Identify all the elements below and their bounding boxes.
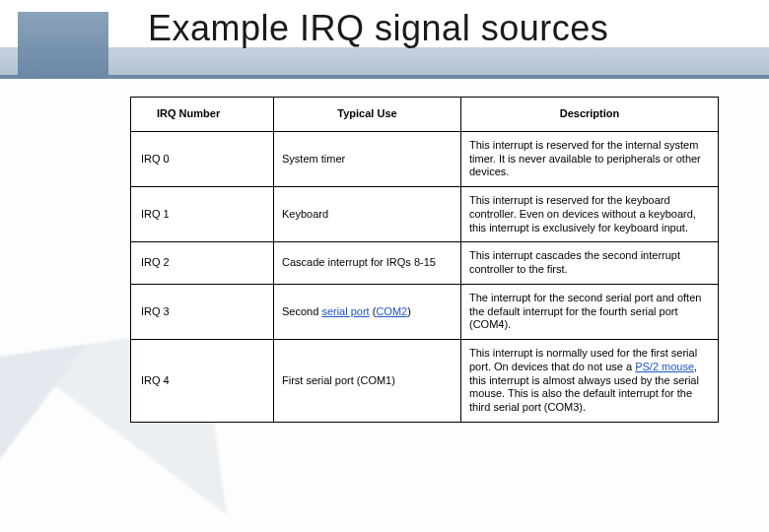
cell-typical-use: Cascade interrupt for IRQs 8-15 — [274, 242, 461, 285]
table-row: IRQ 0System timerThis interrupt is reser… — [131, 131, 719, 186]
cell-description: The interrupt for the second serial port… — [461, 284, 719, 339]
typical-use-link[interactable]: COM2 — [376, 305, 407, 317]
col-header-desc: Description — [461, 98, 719, 132]
cell-typical-use: System timer — [274, 131, 461, 186]
typical-use-link[interactable]: serial port — [321, 305, 369, 317]
description-link[interactable]: PS/2 mouse — [635, 361, 694, 372]
header-strip — [0, 47, 769, 75]
cell-typical-use: Keyboard — [274, 187, 461, 242]
cell-description: This interrupt is reserved for the keybo… — [461, 187, 719, 242]
cell-irq-number: IRQ 1 — [131, 187, 274, 242]
cell-description: This interrupt is reserved for the inter… — [461, 131, 719, 186]
col-header-use: Typical Use — [274, 98, 461, 132]
cell-typical-use: Second serial port (COM2) — [274, 284, 461, 339]
cell-description: This interrupt cascades the second inter… — [461, 242, 719, 285]
irq-table-container: IRQ Number Typical Use Description IRQ 0… — [130, 97, 718, 423]
irq-table: IRQ Number Typical Use Description IRQ 0… — [130, 97, 719, 423]
table-row: IRQ 4First serial port (COM1)This interr… — [131, 340, 719, 423]
table-row: IRQ 2Cascade interrupt for IRQs 8-15This… — [131, 242, 719, 285]
table-header-row: IRQ Number Typical Use Description — [131, 98, 719, 132]
slide-header: Example IRQ signal sources — [0, 0, 769, 79]
header-accent-block — [18, 12, 108, 75]
col-header-irq: IRQ Number — [131, 98, 274, 132]
cell-irq-number: IRQ 4 — [131, 340, 274, 423]
cell-description: This interrupt is normally used for the … — [461, 340, 719, 423]
cell-irq-number: IRQ 2 — [131, 242, 274, 285]
cell-irq-number: IRQ 0 — [131, 131, 274, 186]
table-row: IRQ 3Second serial port (COM2)The interr… — [131, 284, 719, 339]
table-row: IRQ 1KeyboardThis interrupt is reserved … — [131, 187, 719, 242]
cell-irq-number: IRQ 3 — [131, 284, 274, 339]
slide-title: Example IRQ signal sources — [148, 8, 608, 49]
cell-typical-use: First serial port (COM1) — [274, 340, 461, 423]
